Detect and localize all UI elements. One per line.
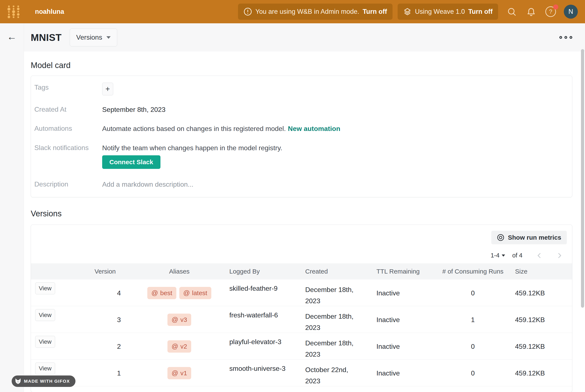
alias-name: latest (192, 290, 207, 297)
chevron-right-icon (556, 252, 563, 259)
size-cell: 459.12KB (508, 343, 572, 350)
at-icon: @ (172, 316, 178, 324)
at-icon: @ (183, 289, 190, 297)
automations-row: Automations Automate actions based on ch… (31, 119, 572, 138)
ttl-cell: Inactive (374, 343, 438, 350)
view-button[interactable]: View (35, 282, 55, 294)
tags-label: Tags (34, 83, 102, 91)
next-page-button[interactable] (556, 252, 563, 259)
consuming-runs-cell: 0 (438, 343, 508, 350)
view-button[interactable]: View (35, 362, 55, 374)
scrollbar[interactable] (581, 49, 584, 308)
logged-by-cell: fresh-waterfall-6 (222, 306, 302, 319)
new-automation-link[interactable]: New automation (288, 125, 340, 132)
automations-text: Automate actions based on changes in thi… (102, 125, 286, 132)
page-body: ← MNIST Versions Model card Tags (0, 23, 585, 392)
alias-pill[interactable]: @latest (179, 287, 211, 299)
description-label: Description (34, 180, 102, 188)
column-header: Created (302, 268, 374, 275)
overflow-menu-button[interactable] (559, 36, 572, 39)
chevron-left-icon (536, 252, 543, 259)
automations-label: Automations (34, 124, 102, 132)
page-header: MNIST Versions (24, 23, 585, 52)
ttl-cell: Inactive (374, 369, 438, 377)
weave-banner: Using Weave 1.0 Turn off (398, 4, 498, 20)
created-cell: December 18th, 2023 (302, 333, 374, 360)
version-cell: 1 (73, 369, 137, 377)
created-cell: December 18th, 2023 (302, 280, 374, 307)
ellipsis-dot-icon (570, 36, 572, 39)
table-row: View 2 @v2 playful-elevator-3 December 1… (31, 333, 572, 360)
view-button[interactable]: View (35, 309, 55, 321)
ellipsis-dot-icon (559, 36, 562, 39)
alias-name: best (160, 290, 172, 297)
alert-icon (244, 8, 252, 16)
consuming-runs-cell: 1 (438, 316, 508, 324)
back-button[interactable]: ← (7, 32, 17, 42)
tags-row: Tags + (31, 78, 572, 100)
wandb-logo-icon[interactable] (8, 5, 20, 18)
search-button[interactable] (506, 6, 518, 18)
connect-slack-button[interactable]: Connect Slack (102, 155, 160, 169)
description-row: Description Add a markdown description..… (31, 175, 572, 194)
wandb-registry-screen: noahluna You are using W&B in Admin mode… (0, 0, 585, 392)
notification-dot (553, 4, 558, 10)
aliases-cell: @v1 (137, 367, 222, 379)
column-header: Size (508, 268, 572, 275)
weave-turn-off-button[interactable]: Turn off (468, 8, 492, 16)
alias-pill[interactable]: @best (147, 287, 176, 299)
topbar: noahluna You are using W&B in Admin mode… (0, 0, 585, 23)
alias-pill[interactable]: @v2 (168, 340, 191, 352)
size-cell: 459.12KB (508, 369, 572, 377)
gifox-watermark: MADE WITH GIFOX (12, 376, 76, 387)
slack-row: Slack notifications Notify the team when… (31, 138, 572, 154)
notifications-button[interactable] (525, 6, 537, 18)
slack-button-row: Connect Slack (31, 154, 572, 175)
created-at-row: Created At September 8th, 2023 (31, 100, 572, 119)
show-run-metrics-label: Show run metrics (508, 234, 561, 241)
avatar[interactable]: N (564, 5, 578, 19)
help-button[interactable]: ? (545, 6, 556, 18)
admin-turn-off-button[interactable]: Turn off (363, 8, 387, 16)
model-card: Tags + Created At September 8th, 2023 Au… (31, 76, 572, 197)
weave-banner-text: Using Weave 1.0 (415, 8, 465, 16)
column-header: # of Consuming Runs (438, 268, 508, 275)
previous-page-button[interactable] (536, 252, 543, 259)
column-header: Aliases (137, 268, 222, 275)
aliases-cell: @v3 (137, 314, 222, 326)
page-range-label: 1-4 (491, 252, 500, 259)
created-cell: December 18th, 2023 (302, 306, 374, 334)
admin-banner-text: You are using W&B in Admin mode. (256, 8, 359, 16)
alias-pill[interactable]: @v3 (168, 314, 191, 326)
column-header: Version (73, 268, 137, 275)
show-run-metrics-button[interactable]: Show run metrics (491, 231, 567, 244)
view-selector-label: Versions (76, 34, 102, 41)
table-row: View 4 @best@latest skilled-feather-9 De… (31, 280, 572, 306)
alias-pill[interactable]: @v1 (168, 367, 191, 379)
gifox-text: MADE WITH GIFOX (24, 379, 70, 384)
add-tag-button[interactable]: + (102, 83, 113, 95)
team-name[interactable]: noahluna (35, 8, 64, 16)
chevron-down-icon (502, 254, 505, 256)
aliases-cell: @best@latest (137, 287, 222, 299)
page-title: MNIST (31, 32, 62, 43)
alias-name: v3 (180, 316, 187, 323)
bell-icon (526, 7, 536, 16)
pagination: 1-4 of 4 (31, 244, 572, 264)
created-at-label: Created At (34, 105, 102, 113)
at-icon: @ (172, 369, 178, 377)
column-header: Logged By (222, 268, 302, 275)
alias-name: v2 (180, 343, 187, 350)
created-cell: October 22nd, 2023 (302, 360, 374, 387)
view-button[interactable]: View (35, 336, 55, 348)
view-selector-dropdown[interactable]: Versions (70, 28, 118, 46)
consuming-runs-cell: 0 (438, 289, 508, 297)
ellipsis-dot-icon (564, 36, 567, 39)
description-placeholder[interactable]: Add a markdown description... (102, 180, 193, 189)
logged-by-cell: skilled-feather-9 (222, 280, 302, 292)
aliases-cell: @v2 (137, 340, 222, 352)
logged-by-cell: playful-elevator-3 (222, 333, 302, 346)
admin-mode-banner: You are using W&B in Admin mode. Turn of… (238, 4, 392, 20)
search-icon (507, 7, 516, 16)
page-range-dropdown[interactable]: 1-4 (491, 252, 505, 259)
